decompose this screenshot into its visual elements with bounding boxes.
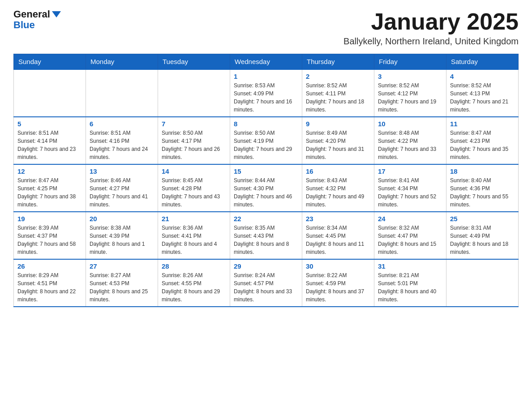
calendar-table: SundayMondayTuesdayWednesdayThursdayFrid… — [13, 54, 519, 307]
calendar-cell: 24Sunrise: 8:32 AM Sunset: 4:47 PM Dayli… — [374, 212, 446, 259]
day-info: Sunrise: 8:44 AM Sunset: 4:30 PM Dayligh… — [234, 176, 298, 209]
day-number: 24 — [378, 215, 442, 223]
day-info: Sunrise: 8:50 AM Sunset: 4:17 PM Dayligh… — [162, 129, 226, 161]
logo-general-text: General — [13, 9, 50, 20]
day-info: Sunrise: 8:52 AM Sunset: 4:12 PM Dayligh… — [378, 81, 442, 114]
day-info: Sunrise: 8:46 AM Sunset: 4:27 PM Dayligh… — [90, 176, 154, 209]
day-info: Sunrise: 8:49 AM Sunset: 4:20 PM Dayligh… — [306, 129, 370, 161]
day-info: Sunrise: 8:32 AM Sunset: 4:47 PM Dayligh… — [378, 224, 442, 256]
day-number: 3 — [378, 73, 442, 80]
day-number: 18 — [450, 167, 515, 175]
calendar-header-row: SundayMondayTuesdayWednesdayThursdayFrid… — [14, 54, 519, 70]
calendar-cell: 31Sunrise: 8:21 AM Sunset: 5:01 PM Dayli… — [374, 259, 446, 307]
day-number: 29 — [234, 262, 298, 270]
day-number: 8 — [234, 120, 298, 128]
calendar-cell: 2Sunrise: 8:52 AM Sunset: 4:11 PM Daylig… — [302, 69, 374, 117]
calendar-cell — [86, 69, 158, 117]
day-info: Sunrise: 8:39 AM Sunset: 4:37 PM Dayligh… — [17, 224, 82, 256]
day-number: 4 — [450, 73, 515, 80]
page-header: General Blue January 2025 Ballykelly, No… — [13, 9, 519, 52]
calendar-cell: 30Sunrise: 8:22 AM Sunset: 4:59 PM Dayli… — [302, 259, 374, 307]
calendar-cell: 7Sunrise: 8:50 AM Sunset: 4:17 PM Daylig… — [158, 117, 230, 164]
page-subtitle: Ballykelly, Northern Ireland, United Kin… — [343, 36, 519, 47]
calendar-cell — [158, 69, 230, 117]
calendar-cell: 20Sunrise: 8:38 AM Sunset: 4:39 PM Dayli… — [86, 212, 158, 259]
calendar-cell: 10Sunrise: 8:48 AM Sunset: 4:22 PM Dayli… — [374, 117, 446, 164]
calendar-cell — [446, 259, 519, 307]
day-info: Sunrise: 8:27 AM Sunset: 4:53 PM Dayligh… — [90, 271, 154, 304]
day-number: 23 — [306, 215, 370, 223]
calendar-cell: 16Sunrise: 8:43 AM Sunset: 4:32 PM Dayli… — [302, 164, 374, 212]
calendar-cell: 18Sunrise: 8:40 AM Sunset: 4:36 PM Dayli… — [446, 164, 519, 212]
calendar-week-row-1: 1Sunrise: 8:53 AM Sunset: 4:09 PM Daylig… — [14, 69, 519, 117]
calendar-week-row-5: 26Sunrise: 8:29 AM Sunset: 4:51 PM Dayli… — [14, 259, 519, 307]
day-info: Sunrise: 8:51 AM Sunset: 4:14 PM Dayligh… — [17, 129, 82, 161]
calendar-cell: 26Sunrise: 8:29 AM Sunset: 4:51 PM Dayli… — [14, 259, 86, 307]
calendar-week-row-2: 5Sunrise: 8:51 AM Sunset: 4:14 PM Daylig… — [14, 117, 519, 164]
day-info: Sunrise: 8:21 AM Sunset: 5:01 PM Dayligh… — [378, 271, 442, 304]
day-number: 20 — [90, 215, 154, 223]
calendar-header-sunday: Sunday — [14, 54, 86, 70]
title-section: January 2025 Ballykelly, Northern Irelan… — [343, 9, 519, 52]
calendar-cell: 14Sunrise: 8:45 AM Sunset: 4:28 PM Dayli… — [158, 164, 230, 212]
calendar-header-monday: Monday — [86, 54, 158, 70]
day-info: Sunrise: 8:50 AM Sunset: 4:19 PM Dayligh… — [234, 129, 298, 161]
day-number: 17 — [378, 167, 442, 175]
day-info: Sunrise: 8:36 AM Sunset: 4:41 PM Dayligh… — [162, 224, 226, 256]
day-info: Sunrise: 8:22 AM Sunset: 4:59 PM Dayligh… — [306, 271, 370, 304]
calendar-cell: 15Sunrise: 8:44 AM Sunset: 4:30 PM Dayli… — [230, 164, 302, 212]
calendar-cell: 25Sunrise: 8:31 AM Sunset: 4:49 PM Dayli… — [446, 212, 519, 259]
day-number: 2 — [306, 73, 370, 80]
day-info: Sunrise: 8:26 AM Sunset: 4:55 PM Dayligh… — [162, 271, 226, 304]
day-number: 15 — [234, 167, 298, 175]
day-info: Sunrise: 8:48 AM Sunset: 4:22 PM Dayligh… — [378, 129, 442, 161]
day-number: 1 — [234, 73, 298, 80]
day-info: Sunrise: 8:40 AM Sunset: 4:36 PM Dayligh… — [450, 176, 515, 209]
calendar-header-friday: Friday — [374, 54, 446, 70]
day-number: 6 — [90, 120, 154, 128]
day-number: 31 — [378, 262, 442, 270]
logo: General Blue — [13, 9, 61, 30]
calendar-cell: 11Sunrise: 8:47 AM Sunset: 4:23 PM Dayli… — [446, 117, 519, 164]
day-info: Sunrise: 8:47 AM Sunset: 4:23 PM Dayligh… — [450, 129, 515, 161]
day-info: Sunrise: 8:47 AM Sunset: 4:25 PM Dayligh… — [17, 176, 82, 209]
calendar-cell: 22Sunrise: 8:35 AM Sunset: 4:43 PM Dayli… — [230, 212, 302, 259]
day-number: 27 — [90, 262, 154, 270]
calendar-cell: 23Sunrise: 8:34 AM Sunset: 4:45 PM Dayli… — [302, 212, 374, 259]
calendar-cell: 29Sunrise: 8:24 AM Sunset: 4:57 PM Dayli… — [230, 259, 302, 307]
day-number: 13 — [90, 167, 154, 175]
day-number: 16 — [306, 167, 370, 175]
day-number: 25 — [450, 215, 515, 223]
logo-blue-text: Blue — [13, 20, 61, 30]
calendar-header-wednesday: Wednesday — [230, 54, 302, 70]
day-info: Sunrise: 8:38 AM Sunset: 4:39 PM Dayligh… — [90, 224, 154, 256]
day-info: Sunrise: 8:31 AM Sunset: 4:49 PM Dayligh… — [450, 224, 515, 256]
day-number: 10 — [378, 120, 442, 128]
day-info: Sunrise: 8:29 AM Sunset: 4:51 PM Dayligh… — [17, 271, 82, 304]
day-number: 5 — [17, 120, 82, 128]
calendar-cell: 13Sunrise: 8:46 AM Sunset: 4:27 PM Dayli… — [86, 164, 158, 212]
day-number: 19 — [17, 215, 82, 223]
day-number: 26 — [17, 262, 82, 270]
day-number: 7 — [162, 120, 226, 128]
calendar-cell: 3Sunrise: 8:52 AM Sunset: 4:12 PM Daylig… — [374, 69, 446, 117]
calendar-cell: 6Sunrise: 8:51 AM Sunset: 4:16 PM Daylig… — [86, 117, 158, 164]
day-number: 14 — [162, 167, 226, 175]
calendar-cell: 5Sunrise: 8:51 AM Sunset: 4:14 PM Daylig… — [14, 117, 86, 164]
calendar-cell: 1Sunrise: 8:53 AM Sunset: 4:09 PM Daylig… — [230, 69, 302, 117]
day-number: 22 — [234, 215, 298, 223]
day-info: Sunrise: 8:41 AM Sunset: 4:34 PM Dayligh… — [378, 176, 442, 209]
day-info: Sunrise: 8:45 AM Sunset: 4:28 PM Dayligh… — [162, 176, 226, 209]
calendar-cell: 19Sunrise: 8:39 AM Sunset: 4:37 PM Dayli… — [14, 212, 86, 259]
calendar-cell: 27Sunrise: 8:27 AM Sunset: 4:53 PM Dayli… — [86, 259, 158, 307]
calendar-cell: 4Sunrise: 8:52 AM Sunset: 4:13 PM Daylig… — [446, 69, 519, 117]
day-info: Sunrise: 8:52 AM Sunset: 4:11 PM Dayligh… — [306, 81, 370, 114]
day-info: Sunrise: 8:35 AM Sunset: 4:43 PM Dayligh… — [234, 224, 298, 256]
day-info: Sunrise: 8:24 AM Sunset: 4:57 PM Dayligh… — [234, 271, 298, 304]
calendar-cell — [14, 69, 86, 117]
calendar-cell: 8Sunrise: 8:50 AM Sunset: 4:19 PM Daylig… — [230, 117, 302, 164]
calendar-cell: 21Sunrise: 8:36 AM Sunset: 4:41 PM Dayli… — [158, 212, 230, 259]
day-info: Sunrise: 8:34 AM Sunset: 4:45 PM Dayligh… — [306, 224, 370, 256]
day-info: Sunrise: 8:52 AM Sunset: 4:13 PM Dayligh… — [450, 81, 515, 114]
day-number: 12 — [17, 167, 82, 175]
